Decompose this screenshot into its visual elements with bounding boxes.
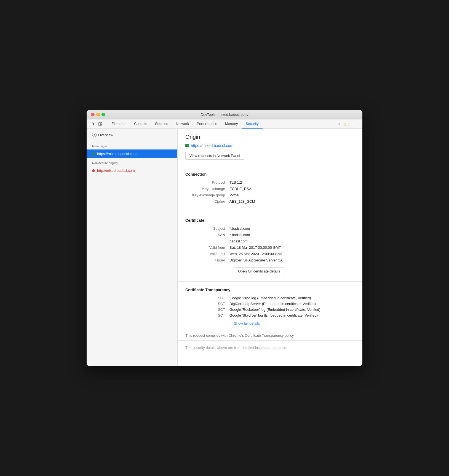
warning-badge[interactable]: ⚠ 1 (343, 122, 350, 126)
valid-until-row: Valid until Wed, 25 Mar 2020 12:00:00 GM… (185, 252, 355, 256)
devtools-window: DevTools - mixed.badssl.com/ Elements Co… (87, 110, 362, 366)
protocol-value: TLS 1.2 (229, 180, 242, 184)
tab-network[interactable]: Network (172, 119, 193, 129)
certificate-title: Certificate (185, 218, 355, 223)
transparency-section: Certificate Transparency SCT Google 'Pil… (178, 283, 362, 331)
valid-until-label: Valid until (185, 252, 229, 256)
tab-memory[interactable]: Memory (221, 119, 242, 129)
transparency-divider (178, 281, 362, 282)
sidebar: i Overview Main origin https://mixed.bad… (87, 129, 178, 366)
valid-from-value: Sat, 18 Mar 2017 00:00:00 GMT (229, 245, 281, 250)
open-certificate-button[interactable]: Open full certificate details (234, 267, 284, 275)
non-secure-origins-label: Non-secure origins (87, 158, 177, 166)
tab-bar-right: » ⚠ 1 ⋮ (335, 119, 360, 129)
layout-tool-icon[interactable] (98, 121, 103, 127)
footer-note: The security details above are from the … (178, 340, 362, 355)
origin-header: Origin https://mixed.badssl.com View req… (178, 129, 362, 165)
svg-rect-1 (101, 122, 102, 124)
san-value-1: *.badssl.com (229, 233, 250, 237)
subject-value: *.badssl.com (229, 226, 250, 231)
tab-performance[interactable]: Performance (193, 119, 221, 129)
san-row-1: SAN *.badssl.com (185, 233, 355, 237)
key-exchange-group-label: Key exchange group (185, 193, 229, 197)
valid-from-label: Valid from (185, 245, 229, 250)
maximize-button[interactable] (101, 113, 105, 116)
sct-value-1: DigiCert Log Server (Embedded in certifi… (229, 302, 316, 306)
show-full-details-link[interactable]: Show full details (234, 321, 260, 325)
protocol-row: Protocol TLS 1.2 (185, 180, 355, 184)
cipher-row: Cipher AES_128_GCM (185, 199, 355, 204)
issuer-label: Issuer (185, 258, 229, 262)
warning-count: 1 (348, 122, 350, 126)
devtools-toolbar (89, 119, 105, 129)
sct-value-2: Google 'Rocketeer' log (Embedded in cert… (229, 307, 320, 312)
close-button[interactable] (91, 113, 95, 116)
connection-divider (178, 166, 362, 166)
svg-rect-0 (99, 122, 100, 126)
tab-security[interactable]: Security (242, 119, 263, 129)
menu-dots-icon[interactable]: ⋮ (352, 121, 358, 127)
non-secure-origin-url: http://mixed.badssl.com (97, 169, 135, 173)
sct-label-0: SCT (185, 296, 229, 300)
main-origin-url: https://mixed.badssl.com (97, 152, 137, 156)
origin-url-display: https://mixed.badssl.com (185, 143, 355, 148)
certificate-section: Certificate Subject *.badssl.com SAN *.b… (178, 213, 362, 280)
sct-row-3: SCT Google 'Skydiver' log (Embedded in c… (185, 313, 355, 317)
sct-value-0: Google 'Pilot' log (Embedded in certific… (229, 296, 311, 300)
minimize-button[interactable] (96, 113, 100, 116)
svg-rect-2 (101, 124, 102, 126)
san-label: SAN (185, 233, 229, 237)
warning-triangle-icon: ⚠ (343, 122, 347, 126)
connection-title: Connection (185, 172, 355, 177)
view-requests-button[interactable]: View requests in Network Panel (185, 152, 244, 160)
san-value-2: badssl.com (229, 239, 248, 243)
content-panel: Origin https://mixed.badssl.com View req… (178, 129, 362, 366)
sidebar-overview[interactable]: i Overview (87, 129, 177, 141)
valid-until-value: Wed, 25 Mar 2020 12:00:00 GMT (229, 252, 283, 256)
tab-sources[interactable]: Sources (151, 119, 172, 129)
key-exchange-label: Key exchange (185, 187, 229, 191)
valid-from-row: Valid from Sat, 18 Mar 2017 00:00:00 GMT (185, 245, 355, 250)
tab-bar: Elements Console Sources Network Perform… (87, 119, 362, 129)
origin-title: Origin (185, 134, 355, 140)
main-origin-label: Main origin (87, 141, 177, 149)
key-exchange-group-row: Key exchange group P-256 (185, 193, 355, 197)
tab-elements[interactable]: Elements (108, 119, 130, 129)
overview-label: Overview (98, 133, 113, 137)
sct-label-1: SCT (185, 302, 229, 306)
origin-insecure-icon (92, 169, 95, 172)
protocol-label: Protocol (185, 180, 229, 184)
sct-row-2: SCT Google 'Rocketeer' log (Embedded in … (185, 307, 355, 312)
key-exchange-value: ECDHE_RSA (229, 187, 251, 191)
sct-label-3: SCT (185, 313, 229, 317)
sct-label-2: SCT (185, 307, 229, 312)
title-bar: DevTools - mixed.badssl.com/ (87, 110, 362, 119)
sidebar-item-non-secure-origin[interactable]: http://mixed.badssl.com (87, 166, 177, 175)
key-exchange-group-value: P-256 (229, 193, 239, 197)
sct-row-0: SCT Google 'Pilot' log (Embedded in cert… (185, 296, 355, 300)
transparency-title: Certificate Transparency (185, 288, 355, 292)
tab-console[interactable]: Console (130, 119, 151, 129)
more-tabs-button[interactable]: » (337, 121, 341, 127)
san-label-2 (185, 239, 229, 243)
san-row-2: badssl.com (185, 239, 355, 243)
sidebar-item-main-origin[interactable]: https://mixed.badssl.com (87, 149, 177, 158)
origin-url-link[interactable]: https://mixed.badssl.com (191, 143, 233, 148)
sct-value-3: Google 'Skydiver' log (Embedded in certi… (229, 313, 318, 317)
main-area: i Overview Main origin https://mixed.bad… (87, 129, 362, 366)
cipher-value: AES_128_GCM (229, 199, 255, 204)
issuer-value: DigiCert SHA2 Secure Server CA (229, 258, 283, 262)
key-exchange-row: Key exchange ECDHE_RSA (185, 187, 355, 191)
issuer-row: Issuer DigiCert SHA2 Secure Server CA (185, 258, 355, 262)
origin-secure-square-icon (185, 144, 189, 147)
subject-label: Subject (185, 226, 229, 231)
info-icon: i (92, 133, 97, 137)
sct-row-1: SCT DigiCert Log Server (Embedded in cer… (185, 302, 355, 306)
subject-row: Subject *.badssl.com (185, 226, 355, 231)
cursor-tool-icon[interactable] (91, 121, 97, 127)
origin-secure-icon (92, 153, 95, 155)
connection-section: Connection Protocol TLS 1.2 Key exchange… (178, 167, 362, 211)
traffic-lights (91, 113, 105, 116)
certificate-divider (178, 212, 362, 212)
ct-policy-note: This request complies with Chrome's Cert… (178, 333, 362, 338)
